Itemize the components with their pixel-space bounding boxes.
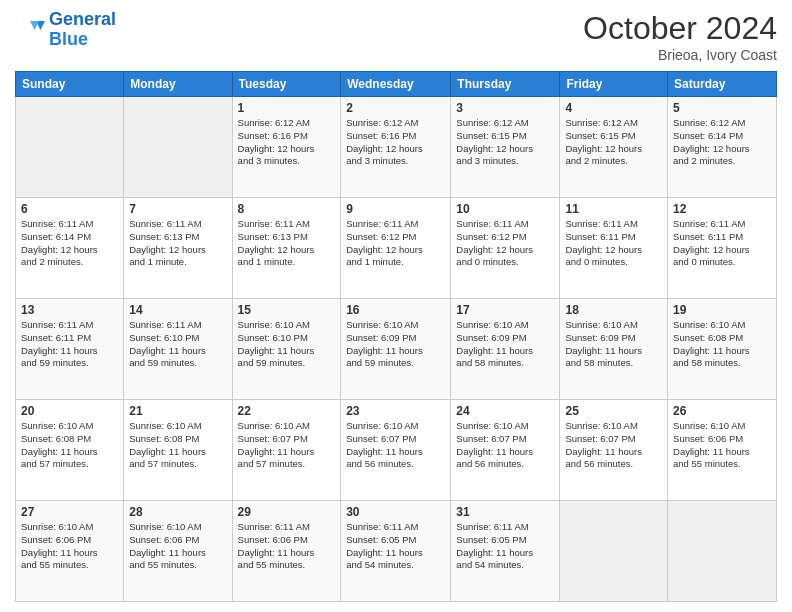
day-info: Sunrise: 6:11 AM Sunset: 6:12 PM Dayligh…: [346, 218, 445, 269]
day-info: Sunrise: 6:10 AM Sunset: 6:10 PM Dayligh…: [238, 319, 336, 370]
page: General Blue October 2024 Brieoa, Ivory …: [0, 0, 792, 612]
day-number: 29: [238, 505, 336, 519]
day-number: 9: [346, 202, 445, 216]
day-info: Sunrise: 6:10 AM Sunset: 6:06 PM Dayligh…: [673, 420, 771, 471]
day-number: 11: [565, 202, 662, 216]
day-number: 1: [238, 101, 336, 115]
calendar-cell: 30Sunrise: 6:11 AM Sunset: 6:05 PM Dayli…: [341, 501, 451, 602]
calendar-cell: 27Sunrise: 6:10 AM Sunset: 6:06 PM Dayli…: [16, 501, 124, 602]
day-header-tuesday: Tuesday: [232, 72, 341, 97]
day-info: Sunrise: 6:10 AM Sunset: 6:07 PM Dayligh…: [456, 420, 554, 471]
calendar-cell: 7Sunrise: 6:11 AM Sunset: 6:13 PM Daylig…: [124, 198, 232, 299]
day-info: Sunrise: 6:11 AM Sunset: 6:11 PM Dayligh…: [673, 218, 771, 269]
day-number: 21: [129, 404, 226, 418]
calendar-cell: 2Sunrise: 6:12 AM Sunset: 6:16 PM Daylig…: [341, 97, 451, 198]
day-info: Sunrise: 6:12 AM Sunset: 6:15 PM Dayligh…: [565, 117, 662, 168]
calendar-cell: 9Sunrise: 6:11 AM Sunset: 6:12 PM Daylig…: [341, 198, 451, 299]
day-info: Sunrise: 6:10 AM Sunset: 6:08 PM Dayligh…: [21, 420, 118, 471]
calendar-cell: 1Sunrise: 6:12 AM Sunset: 6:16 PM Daylig…: [232, 97, 341, 198]
day-number: 23: [346, 404, 445, 418]
day-number: 22: [238, 404, 336, 418]
day-number: 10: [456, 202, 554, 216]
day-info: Sunrise: 6:10 AM Sunset: 6:06 PM Dayligh…: [21, 521, 118, 572]
week-row-2: 6Sunrise: 6:11 AM Sunset: 6:14 PM Daylig…: [16, 198, 777, 299]
day-info: Sunrise: 6:11 AM Sunset: 6:10 PM Dayligh…: [129, 319, 226, 370]
day-info: Sunrise: 6:11 AM Sunset: 6:06 PM Dayligh…: [238, 521, 336, 572]
calendar-cell: 11Sunrise: 6:11 AM Sunset: 6:11 PM Dayli…: [560, 198, 668, 299]
day-info: Sunrise: 6:12 AM Sunset: 6:15 PM Dayligh…: [456, 117, 554, 168]
calendar-cell: [560, 501, 668, 602]
svg-marker-1: [30, 21, 39, 30]
day-info: Sunrise: 6:11 AM Sunset: 6:14 PM Dayligh…: [21, 218, 118, 269]
week-row-4: 20Sunrise: 6:10 AM Sunset: 6:08 PM Dayli…: [16, 400, 777, 501]
day-info: Sunrise: 6:10 AM Sunset: 6:07 PM Dayligh…: [238, 420, 336, 471]
month-year: October 2024: [583, 10, 777, 47]
day-number: 12: [673, 202, 771, 216]
calendar-cell: 6Sunrise: 6:11 AM Sunset: 6:14 PM Daylig…: [16, 198, 124, 299]
calendar-cell: 13Sunrise: 6:11 AM Sunset: 6:11 PM Dayli…: [16, 299, 124, 400]
day-info: Sunrise: 6:10 AM Sunset: 6:07 PM Dayligh…: [565, 420, 662, 471]
logo-blue: Blue: [49, 29, 88, 49]
day-number: 2: [346, 101, 445, 115]
calendar-cell: 5Sunrise: 6:12 AM Sunset: 6:14 PM Daylig…: [668, 97, 777, 198]
day-info: Sunrise: 6:10 AM Sunset: 6:09 PM Dayligh…: [346, 319, 445, 370]
week-row-5: 27Sunrise: 6:10 AM Sunset: 6:06 PM Dayli…: [16, 501, 777, 602]
calendar-cell: 20Sunrise: 6:10 AM Sunset: 6:08 PM Dayli…: [16, 400, 124, 501]
calendar-cell: 15Sunrise: 6:10 AM Sunset: 6:10 PM Dayli…: [232, 299, 341, 400]
calendar-header: SundayMondayTuesdayWednesdayThursdayFrid…: [16, 72, 777, 97]
day-info: Sunrise: 6:11 AM Sunset: 6:11 PM Dayligh…: [565, 218, 662, 269]
calendar-cell: 12Sunrise: 6:11 AM Sunset: 6:11 PM Dayli…: [668, 198, 777, 299]
calendar-cell: 10Sunrise: 6:11 AM Sunset: 6:12 PM Dayli…: [451, 198, 560, 299]
day-header-friday: Friday: [560, 72, 668, 97]
calendar-cell: 25Sunrise: 6:10 AM Sunset: 6:07 PM Dayli…: [560, 400, 668, 501]
calendar: SundayMondayTuesdayWednesdayThursdayFrid…: [15, 71, 777, 602]
day-number: 13: [21, 303, 118, 317]
day-info: Sunrise: 6:10 AM Sunset: 6:06 PM Dayligh…: [129, 521, 226, 572]
calendar-cell: 21Sunrise: 6:10 AM Sunset: 6:08 PM Dayli…: [124, 400, 232, 501]
calendar-cell: 3Sunrise: 6:12 AM Sunset: 6:15 PM Daylig…: [451, 97, 560, 198]
day-number: 30: [346, 505, 445, 519]
day-number: 27: [21, 505, 118, 519]
header: General Blue October 2024 Brieoa, Ivory …: [15, 10, 777, 63]
calendar-cell: 14Sunrise: 6:11 AM Sunset: 6:10 PM Dayli…: [124, 299, 232, 400]
day-info: Sunrise: 6:11 AM Sunset: 6:11 PM Dayligh…: [21, 319, 118, 370]
week-row-3: 13Sunrise: 6:11 AM Sunset: 6:11 PM Dayli…: [16, 299, 777, 400]
day-info: Sunrise: 6:11 AM Sunset: 6:13 PM Dayligh…: [238, 218, 336, 269]
logo-general: General: [49, 9, 116, 29]
day-header-row: SundayMondayTuesdayWednesdayThursdayFrid…: [16, 72, 777, 97]
calendar-cell: 18Sunrise: 6:10 AM Sunset: 6:09 PM Dayli…: [560, 299, 668, 400]
day-header-saturday: Saturday: [668, 72, 777, 97]
day-number: 7: [129, 202, 226, 216]
calendar-cell: 19Sunrise: 6:10 AM Sunset: 6:08 PM Dayli…: [668, 299, 777, 400]
day-number: 8: [238, 202, 336, 216]
day-number: 18: [565, 303, 662, 317]
day-info: Sunrise: 6:12 AM Sunset: 6:16 PM Dayligh…: [238, 117, 336, 168]
day-number: 3: [456, 101, 554, 115]
day-number: 31: [456, 505, 554, 519]
location: Brieoa, Ivory Coast: [583, 47, 777, 63]
day-number: 14: [129, 303, 226, 317]
calendar-cell: 26Sunrise: 6:10 AM Sunset: 6:06 PM Dayli…: [668, 400, 777, 501]
day-number: 16: [346, 303, 445, 317]
calendar-cell: 29Sunrise: 6:11 AM Sunset: 6:06 PM Dayli…: [232, 501, 341, 602]
calendar-cell: 4Sunrise: 6:12 AM Sunset: 6:15 PM Daylig…: [560, 97, 668, 198]
day-header-wednesday: Wednesday: [341, 72, 451, 97]
day-number: 25: [565, 404, 662, 418]
calendar-cell: 24Sunrise: 6:10 AM Sunset: 6:07 PM Dayli…: [451, 400, 560, 501]
day-info: Sunrise: 6:10 AM Sunset: 6:07 PM Dayligh…: [346, 420, 445, 471]
day-header-thursday: Thursday: [451, 72, 560, 97]
title-block: October 2024 Brieoa, Ivory Coast: [583, 10, 777, 63]
calendar-cell: [16, 97, 124, 198]
day-number: 17: [456, 303, 554, 317]
day-info: Sunrise: 6:10 AM Sunset: 6:09 PM Dayligh…: [565, 319, 662, 370]
calendar-cell: 8Sunrise: 6:11 AM Sunset: 6:13 PM Daylig…: [232, 198, 341, 299]
day-header-sunday: Sunday: [16, 72, 124, 97]
day-info: Sunrise: 6:10 AM Sunset: 6:08 PM Dayligh…: [673, 319, 771, 370]
day-info: Sunrise: 6:10 AM Sunset: 6:09 PM Dayligh…: [456, 319, 554, 370]
calendar-cell: 28Sunrise: 6:10 AM Sunset: 6:06 PM Dayli…: [124, 501, 232, 602]
logo-text: General Blue: [49, 10, 116, 50]
calendar-cell: 17Sunrise: 6:10 AM Sunset: 6:09 PM Dayli…: [451, 299, 560, 400]
day-info: Sunrise: 6:11 AM Sunset: 6:05 PM Dayligh…: [456, 521, 554, 572]
day-number: 26: [673, 404, 771, 418]
day-info: Sunrise: 6:12 AM Sunset: 6:16 PM Dayligh…: [346, 117, 445, 168]
